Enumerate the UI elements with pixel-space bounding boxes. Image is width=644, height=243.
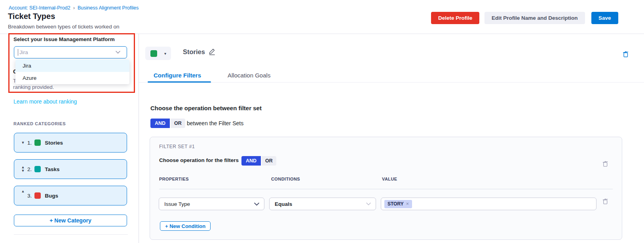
or-toggle[interactable]: OR xyxy=(171,119,185,128)
text-cursor xyxy=(18,49,18,56)
column-header-value: VALUE xyxy=(382,177,397,181)
platform-dropdown-menu: Jira Azure xyxy=(15,60,129,84)
filter-set-divider xyxy=(159,189,613,189)
value-input[interactable]: STORY × xyxy=(381,198,597,210)
tab-configure-filters[interactable]: Configure Filters xyxy=(154,72,201,79)
page: Account: SEI-Internal-Prod2 › Business A… xyxy=(0,0,644,243)
filter-sets-and-or-toggle: AND OR xyxy=(150,119,185,128)
platform-select-input[interactable] xyxy=(14,46,127,58)
category-color-swatch xyxy=(34,139,41,146)
category-color-swatch xyxy=(34,192,41,199)
page-subtitle: Breakdown between types of tickets worke… xyxy=(8,24,119,30)
filter-set-title: FILTER SET #1 xyxy=(159,144,195,149)
operation-heading: Choose the operation between filter set xyxy=(150,105,262,111)
delete-profile-button[interactable]: Delete Profile xyxy=(431,12,479,24)
or-toggle[interactable]: OR xyxy=(262,156,276,166)
sort-down-icon[interactable]: ▼ xyxy=(19,141,27,145)
value-tag: STORY × xyxy=(384,200,412,208)
ranked-categories-label: RANKED CATEGORIES xyxy=(13,121,66,126)
column-header-conditions: CONDITIONS xyxy=(271,177,300,181)
category-name: Tasks xyxy=(45,166,59,172)
delete-condition-trash-icon[interactable] xyxy=(602,198,608,205)
save-button[interactable]: Save xyxy=(591,12,618,24)
remove-tag-icon[interactable]: × xyxy=(406,201,409,207)
category-color-swatch xyxy=(34,166,41,172)
sort-up-down-icon[interactable]: ▲▼ xyxy=(19,166,27,173)
delete-category-trash-icon[interactable] xyxy=(622,51,629,58)
new-category-button[interactable]: + New Category xyxy=(14,215,127,226)
sidebar-separator xyxy=(139,34,139,243)
filter-set-panel xyxy=(150,137,622,240)
dropdown-option-jira[interactable]: Jira xyxy=(15,60,129,72)
category-card-stories[interactable]: ▼ 1. Stories xyxy=(14,133,127,153)
filter-operation-label: Choose operation for the filters xyxy=(159,157,239,163)
platform-select-label: Select your Issue Management Platform xyxy=(13,36,115,42)
category-card-bugs[interactable]: ▲ 3. Bugs xyxy=(14,186,127,205)
sidebar-bottom-divider xyxy=(14,234,128,235)
column-header-properties: PROPERTIES xyxy=(159,177,189,181)
category-rank: 2. xyxy=(27,166,32,172)
category-card-tasks[interactable]: ▲▼ 2. Tasks xyxy=(14,159,127,179)
edit-pencil-icon[interactable] xyxy=(208,48,216,55)
chevron-down-icon xyxy=(254,202,259,206)
header-divider xyxy=(0,34,644,34)
property-select-value: Issue Type xyxy=(164,201,190,207)
category-rank: 1. xyxy=(27,140,32,146)
and-toggle-active[interactable]: AND xyxy=(241,156,261,166)
delete-filter-set-trash-icon[interactable] xyxy=(602,160,608,167)
breadcrumb-section-link[interactable]: Business Alignment Profiles xyxy=(78,5,139,11)
operation-hint-text: between the Filter Sets xyxy=(187,119,243,128)
breadcrumb-account-link[interactable]: Account: SEI-Internal-Prod2 xyxy=(9,5,70,11)
category-name: Bugs xyxy=(45,193,58,199)
tab-allocation-goals[interactable]: Allocation Goals xyxy=(228,72,270,79)
category-name: Stories xyxy=(45,140,63,146)
caret-down-icon: ▾ xyxy=(164,51,166,56)
sort-up-icon[interactable]: ▲ xyxy=(19,190,27,193)
category-rank: 3. xyxy=(27,193,32,199)
value-tag-label: STORY xyxy=(388,201,404,207)
learn-more-ranking-link[interactable]: Learn more about ranking xyxy=(13,98,77,105)
chevron-down-icon xyxy=(116,51,120,54)
and-toggle-active[interactable]: AND xyxy=(150,119,170,128)
page-title: Ticket Types xyxy=(8,12,55,21)
breadcrumb: Account: SEI-Internal-Prod2 › Business A… xyxy=(9,5,139,11)
category-color-dropdown[interactable]: ▾ xyxy=(145,47,171,60)
filters-and-or-toggle: AND OR xyxy=(241,156,276,166)
edit-profile-button[interactable]: Edit Profile Name and Description xyxy=(484,12,585,24)
new-condition-button[interactable]: + New Condition xyxy=(160,221,211,231)
dropdown-option-azure[interactable]: Azure xyxy=(15,72,129,84)
chevron-down-icon xyxy=(366,202,371,205)
condition-select-value: Equals xyxy=(275,201,292,207)
condition-select[interactable]: Equals xyxy=(269,198,376,210)
obscured-text-line: ranking provided. xyxy=(13,84,54,90)
selected-color-swatch xyxy=(150,50,157,57)
breadcrumb-separator-icon: › xyxy=(73,5,75,11)
property-select[interactable]: Issue Type xyxy=(159,198,264,210)
active-tab-underline xyxy=(148,81,211,83)
tabs-divider xyxy=(139,82,644,83)
selected-category-title: Stories xyxy=(183,48,205,56)
